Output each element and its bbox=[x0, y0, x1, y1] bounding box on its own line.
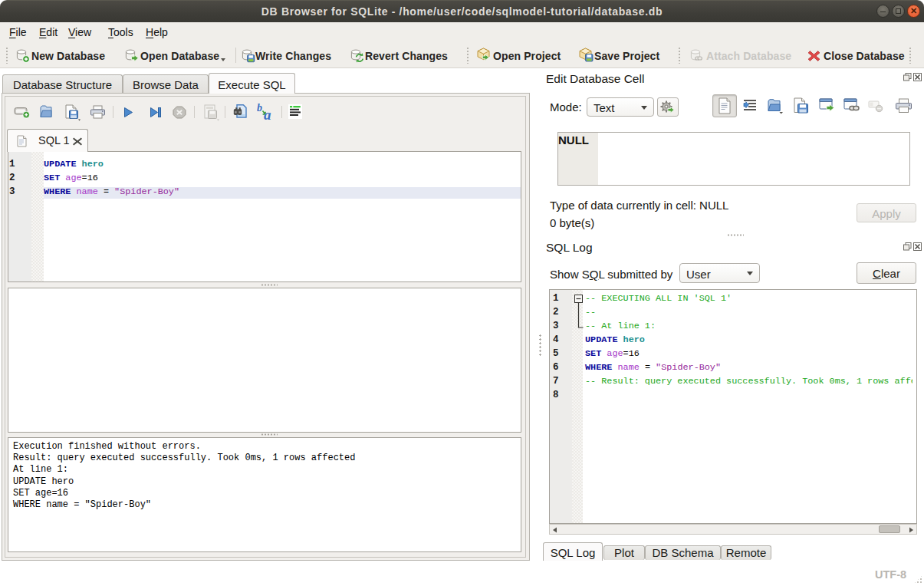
svg-text:a: a bbox=[264, 107, 271, 120]
svg-text:b: b bbox=[257, 102, 262, 114]
